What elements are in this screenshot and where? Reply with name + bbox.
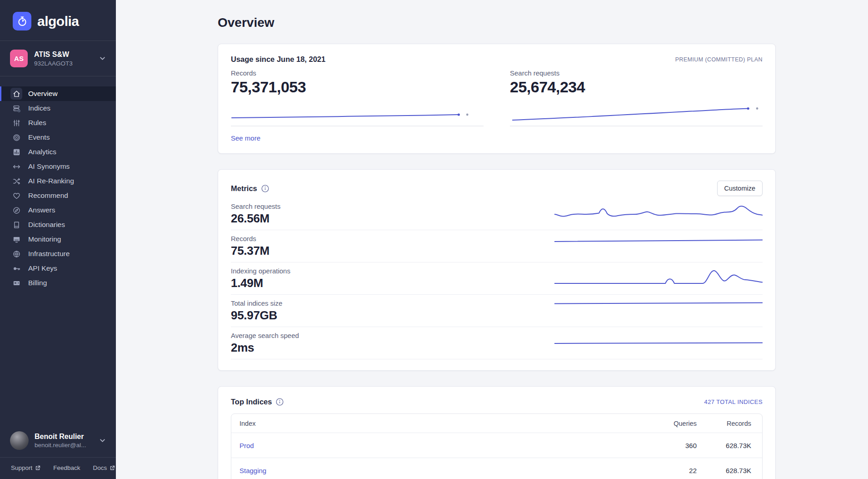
sidebar-item-api-keys[interactable]: API Keys (0, 261, 116, 276)
metrics-card-title: Metrics (231, 184, 257, 193)
sidebar-item-label: Events (28, 133, 50, 141)
metric-value: 95.97GB (231, 308, 282, 323)
sidebar: algolia AS ATIS S&W 932LAAGOT3 Overview (0, 0, 116, 479)
page-title: Overview (218, 15, 868, 30)
sidebar-item-recommend[interactable]: Recommend (0, 188, 116, 203)
column-header-records: Records (697, 420, 751, 427)
sidebar-item-ai-re-ranking[interactable]: AI Re-Ranking (0, 174, 116, 188)
indexing-operations-sparkline (554, 267, 763, 290)
sidebar-item-answers[interactable]: Answers (0, 203, 116, 217)
stat-label: Search requests (510, 69, 763, 77)
bar-chart-icon (10, 146, 22, 158)
usage-card-title: Usage since June 18, 2021 (231, 55, 325, 64)
search-requests-metric-sparkline (554, 202, 763, 226)
search-requests-sparkline (510, 100, 763, 128)
metric-row-search-requests: Search requests 26.56M (231, 198, 763, 230)
index-link-stagging[interactable]: Stagging (239, 467, 266, 474)
metric-value: 26.56M (231, 212, 280, 226)
user-menu[interactable]: Benoit Reulier benoit.reulier@al... (0, 424, 116, 457)
sidebar-item-dictionaries[interactable]: Dictionaries (0, 217, 116, 232)
sidebar-item-label: Overview (28, 90, 58, 98)
monitor-icon (10, 233, 22, 245)
queries-cell: 360 (642, 442, 697, 449)
metric-value: 1.49M (231, 276, 290, 290)
main-content: Overview Usage since June 18, 2021 PREMI… (116, 0, 868, 479)
top-indices-table: Index Queries Records Prod 360 628.73K S… (231, 413, 763, 479)
indices-icon (10, 102, 22, 114)
user-name: Benoit Reulier (35, 433, 86, 441)
usage-card: Usage since June 18, 2021 PREMIUM (COMMI… (218, 44, 776, 154)
docs-link-label: Docs (93, 464, 107, 471)
plan-badge: PREMIUM (COMMITTED) PLAN (675, 56, 763, 63)
external-link-icon (110, 465, 115, 471)
metric-value: 2ms (231, 341, 299, 355)
usage-search-stat: Search requests 25,674,234 (510, 69, 763, 128)
sliders-icon (10, 117, 22, 129)
support-link[interactable]: Support (11, 464, 40, 471)
see-more-link[interactable]: See more (231, 134, 260, 142)
sidebar-item-billing[interactable]: Billing (0, 276, 116, 290)
sidebar-item-ai-synonyms[interactable]: AI Synonyms (0, 159, 116, 174)
sidebar-item-label: Indices (28, 104, 50, 112)
algolia-stopwatch-icon (13, 12, 31, 30)
sidebar-item-label: Monitoring (28, 235, 61, 243)
stat-value: 75,371,053 (231, 78, 484, 96)
table-header-row: Index Queries Records (231, 414, 762, 433)
logo-wordmark: algolia (37, 14, 79, 29)
user-avatar (10, 431, 29, 450)
column-header-index: Index (231, 420, 642, 427)
table-row: Stagging 22 628.73K (231, 458, 762, 479)
sidebar-item-label: Infrastructure (28, 250, 70, 258)
sidebar-item-infrastructure[interactable]: Infrastructure (0, 247, 116, 261)
sidebar-item-label: Rules (28, 119, 46, 127)
stat-value: 25,674,234 (510, 78, 763, 96)
metrics-card: Metrics Customize Search requests 26.56M… (218, 169, 776, 371)
metric-row-records: Records 75.37M (231, 230, 763, 262)
sidebar-item-events[interactable]: Events (0, 130, 116, 145)
sidebar-item-label: Recommend (28, 192, 68, 200)
sidebar-item-label: Analytics (28, 148, 56, 156)
metric-label: Records (231, 235, 269, 242)
key-icon (10, 262, 22, 274)
table-row: Prod 360 628.73K (231, 433, 762, 458)
index-link-prod[interactable]: Prod (239, 442, 254, 449)
sidebar-footer: Support Feedback Docs (0, 457, 116, 479)
credit-card-icon (10, 277, 22, 289)
sidebar-item-analytics[interactable]: Analytics (0, 145, 116, 159)
heart-icon (10, 190, 22, 202)
metric-label: Search requests (231, 202, 280, 210)
org-name: ATIS S&W (34, 50, 73, 59)
records-cell: 628.73K (697, 467, 751, 474)
home-icon (10, 88, 22, 100)
sidebar-item-monitoring[interactable]: Monitoring (0, 232, 116, 247)
user-email: benoit.reulier@al... (35, 442, 86, 449)
metric-row-total-indices-size: Total indices size 95.97GB (231, 295, 763, 327)
algolia-logo: algolia (0, 0, 116, 40)
info-icon[interactable] (276, 398, 284, 406)
sidebar-item-rules[interactable]: Rules (0, 116, 116, 130)
sidebar-item-overview[interactable]: Overview (0, 86, 116, 101)
arrows-horizontal-icon (10, 161, 22, 172)
total-indices-count: 427 TOTAL INDICES (704, 398, 763, 405)
sidebar-item-indices[interactable]: Indices (0, 101, 116, 116)
sidebar-item-label: API Keys (28, 264, 57, 272)
compass-icon (10, 204, 22, 216)
org-avatar: AS (10, 50, 28, 67)
usage-records-stat: Records 75,371,053 (231, 69, 484, 128)
docs-link[interactable]: Docs (93, 464, 115, 471)
sidebar-item-label: Dictionaries (28, 221, 65, 229)
target-icon (10, 131, 22, 143)
book-icon (10, 219, 22, 231)
queries-cell: 22 (642, 467, 697, 474)
metric-row-average-search-speed: Average search speed 2ms (231, 327, 763, 359)
top-indices-title: Top Indices (231, 398, 272, 406)
org-selector[interactable]: AS ATIS S&W 932LAAGOT3 (0, 40, 116, 76)
sidebar-item-label: Billing (28, 279, 47, 287)
sidebar-item-label: AI Synonyms (28, 162, 70, 171)
top-indices-card: Top Indices 427 TOTAL INDICES Index Quer… (218, 386, 776, 479)
shuffle-icon (10, 175, 22, 187)
info-icon[interactable] (261, 185, 269, 192)
globe-icon (10, 248, 22, 260)
customize-button[interactable]: Customize (717, 181, 763, 196)
feedback-link[interactable]: Feedback (53, 464, 80, 471)
